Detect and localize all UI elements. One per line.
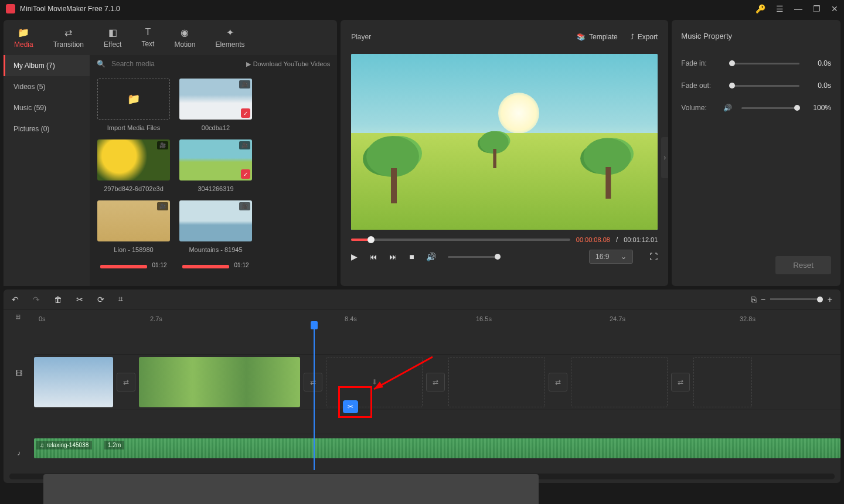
video-badge-icon: 🎥	[239, 202, 250, 210]
zoom-slider[interactable]	[770, 298, 823, 300]
media-card[interactable]: 🎥✓ 00cdba12	[178, 79, 254, 131]
next-frame-button[interactable]: ⏭	[389, 252, 397, 261]
stop-button[interactable]: ■	[409, 252, 414, 261]
timeline-panel: ↶ ↷ 🗑 ✂ ⟳ ⌗ ⎘ − + ⊞ 0s 2.7s 8.4s 16.5s 2…	[4, 290, 840, 483]
album-item-pictures[interactable]: Pictures (0)	[4, 118, 90, 139]
fadeout-value: 0.0s	[805, 81, 831, 90]
fadein-label: Fade in:	[681, 59, 723, 67]
prev-frame-button[interactable]: ⏮	[369, 252, 377, 261]
chevron-down-icon: ⌄	[621, 253, 627, 261]
album-list: My Album (7) Videos (5) Music (59) Pictu…	[4, 55, 90, 286]
app-icon	[6, 4, 15, 13]
audio-track[interactable]: ♫relaxing-145038 1.2m	[34, 434, 840, 462]
video-badge-icon: 🎥	[239, 141, 250, 149]
time-total: 00:01:12.01	[624, 236, 658, 243]
timeline-scrollbar[interactable]	[9, 474, 835, 479]
fadein-value: 0.0s	[805, 59, 831, 67]
youtube-icon: ▶	[246, 60, 251, 68]
aspect-ratio-select[interactable]: 16:9⌄	[589, 250, 633, 264]
music-note-icon: ♫	[40, 442, 45, 448]
playhead[interactable]	[314, 326, 315, 470]
audio-clip[interactable]: ♫relaxing-145038 1.2m	[34, 438, 840, 458]
transition-slot[interactable]: ⇄	[549, 373, 567, 391]
fadeout-slider[interactable]	[729, 85, 799, 87]
template-icon: 📚	[577, 33, 586, 41]
motion-icon: ◉	[181, 27, 189, 38]
empty-slot[interactable]	[693, 357, 752, 407]
tab-motion[interactable]: ◉Motion	[169, 25, 200, 51]
search-icon: 🔍	[97, 60, 106, 68]
zoom-in-button[interactable]: +	[828, 295, 832, 304]
close-icon[interactable]: ✕	[831, 4, 838, 13]
check-icon: ✓	[241, 169, 250, 179]
search-input[interactable]	[111, 60, 240, 68]
media-card[interactable]: 🎥 Lion - 158980	[96, 200, 172, 253]
add-track-button[interactable]: ⊞	[15, 313, 21, 321]
play-button[interactable]: ▶	[351, 252, 358, 261]
volume-slider[interactable]	[741, 107, 799, 109]
time-ruler[interactable]: ⊞ 0s 2.7s 8.4s 16.5s 24.7s 32.8s	[4, 309, 840, 326]
empty-slot[interactable]	[571, 357, 668, 407]
import-card[interactable]: 📁 Import Media Files	[96, 79, 172, 131]
annotation-arrow	[368, 345, 438, 404]
speed-button[interactable]: ⟳	[97, 295, 104, 304]
media-card[interactable]: 🎥 297bd842-6d702e3d	[96, 139, 172, 192]
video-track[interactable]: ⇄ ⇄ ⬇ ⇄ ⇄ ⇄ ✂	[34, 354, 840, 410]
expand-properties-button[interactable]: ›	[661, 137, 668, 178]
check-icon: ✓	[241, 108, 250, 118]
fullscreen-button[interactable]: ⛶	[649, 252, 658, 261]
media-card[interactable]: 01:12	[96, 261, 172, 268]
maximize-icon[interactable]: ❐	[813, 4, 821, 13]
audio-track-icon: ♪	[9, 449, 28, 457]
video-badge-icon: 🎥	[239, 80, 250, 88]
tab-effect[interactable]: ◧Effect	[99, 25, 126, 51]
tab-transition[interactable]: ⇄Transition	[49, 25, 89, 51]
export-icon: ⤴	[631, 33, 634, 41]
key-icon[interactable]: 🔑	[755, 4, 765, 13]
progress-bar[interactable]	[351, 239, 570, 241]
crop-button[interactable]: ⌗	[118, 294, 123, 304]
menu-icon[interactable]: ☰	[776, 4, 784, 13]
tab-text[interactable]: TText	[137, 25, 159, 50]
album-item-music[interactable]: Music (59)	[4, 97, 90, 118]
svg-marker-1	[374, 382, 383, 389]
download-youtube-link[interactable]: ▶Download YouTube Videos	[246, 60, 331, 68]
album-item-videos[interactable]: Videos (5)	[4, 76, 90, 97]
volume-icon[interactable]: 🔊	[426, 252, 436, 261]
annotation-highlight	[338, 386, 372, 418]
video-badge-icon: 🎥	[157, 202, 168, 210]
media-grid: 📁 Import Media Files 🎥✓ 00cdba12 🎥 297bd…	[90, 73, 337, 286]
transition-slot[interactable]: ⇄	[671, 373, 690, 391]
video-badge-icon: 🎥	[157, 141, 168, 149]
speaker-icon: 🔊	[723, 104, 732, 112]
redo-button[interactable]: ↷	[33, 295, 40, 304]
template-button[interactable]: 📚Template	[577, 33, 618, 41]
media-card[interactable]: 🎥 Mountains - 81945	[178, 200, 254, 253]
album-item-myalbum[interactable]: My Album (7)	[4, 55, 90, 76]
transition-slot[interactable]: ⇄	[304, 373, 322, 391]
fadein-slider[interactable]	[729, 63, 799, 64]
empty-slot[interactable]	[448, 357, 545, 407]
export-button[interactable]: ⤴Export	[631, 33, 658, 41]
media-card[interactable]: 🎥✓ 3041266319	[178, 139, 254, 192]
transition-icon: ⇄	[64, 27, 72, 38]
player-panel: Player 📚Template ⤴Export 00:00:08.08 / 0…	[341, 20, 668, 286]
undo-button[interactable]: ↶	[12, 295, 19, 304]
split-button[interactable]: ✂	[76, 295, 83, 304]
transition-slot[interactable]: ⇄	[117, 373, 135, 391]
text-icon: T	[145, 27, 151, 38]
zoom-out-button[interactable]: −	[761, 295, 765, 304]
video-clip[interactable]	[139, 357, 300, 407]
delete-button[interactable]: 🗑	[54, 295, 62, 304]
fit-button[interactable]: ⎘	[751, 295, 756, 304]
properties-panel: Music Property Fade in: 0.0s Fade out: 0…	[672, 20, 840, 286]
folder-icon: 📁	[18, 27, 29, 38]
app-title: MiniTool MovieMaker Free 7.1.0	[20, 5, 755, 13]
minimize-icon[interactable]: —	[794, 4, 802, 13]
media-card[interactable]: 01:12	[178, 261, 254, 268]
tab-media[interactable]: 📁Media	[9, 25, 38, 51]
tab-elements[interactable]: ✦Elements	[210, 25, 249, 51]
reset-button[interactable]: Reset	[775, 256, 831, 274]
volume-slider[interactable]	[448, 256, 501, 258]
video-clip[interactable]	[34, 357, 113, 407]
